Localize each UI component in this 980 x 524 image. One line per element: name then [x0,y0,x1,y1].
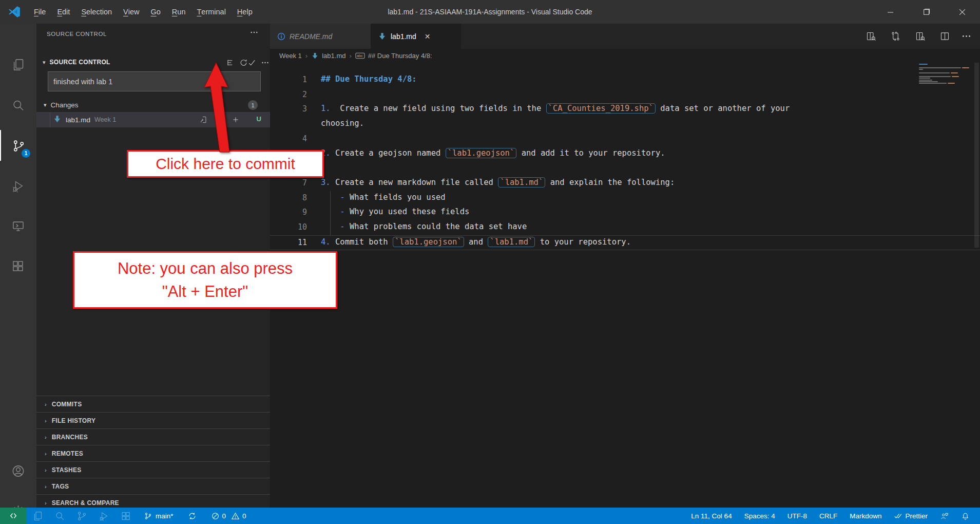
sidebar-section-file-history[interactable]: ›FILE HISTORY [36,412,270,428]
code-line-6[interactable]: 6 [270,161,980,176]
code-text: 1. [321,104,331,113]
menu-terminal[interactable]: Terminal [191,0,231,24]
menu-run[interactable]: Run [166,0,191,24]
notifications-bell-icon[interactable] [955,508,976,524]
editor-pane[interactable]: 1## Due Thursday 4/8:231. Create a new f… [270,63,980,508]
code-text [321,222,340,231]
breadcrumb[interactable]: Week 1 › lab1.md › abc ## Due Thursday 4… [270,49,980,63]
symbol-string-icon: abc [355,52,365,60]
ghost-search-icon [49,508,71,524]
explorer-icon[interactable] [0,49,36,80]
menu-go[interactable]: Go [145,0,166,24]
minimize-button[interactable] [872,0,908,24]
eol-status[interactable]: CRLF [813,508,843,524]
sidebar-title: SOURCE CONTROL [47,31,107,37]
discard-changes-icon[interactable] [215,116,224,124]
search-icon[interactable] [0,89,36,120]
open-preview-icon[interactable] [913,29,927,43]
formatter-status[interactable]: Prettier [888,508,934,524]
open-preview-side-icon[interactable] [864,29,877,43]
code-text: and explain the following: [545,178,675,187]
sidebar-section-remotes[interactable]: ›REMOTES [36,445,270,461]
code-line-3[interactable]: 31. Create a new field using two fields … [270,102,980,117]
code-text: Why you used these fields [345,207,470,216]
code-text: Commit both [331,237,393,247]
branch-status[interactable]: main* [140,508,177,524]
maximize-button[interactable] [908,0,944,24]
code-text: What fields you used [345,193,446,202]
section-label: STASHES [52,466,82,474]
code-line-wrap[interactable]: choosing. [270,117,980,132]
sidebar-section-branches[interactable]: ›BRANCHES [36,428,270,445]
code-text: Create a new markdown file called [331,178,498,187]
cursor-position[interactable]: Ln 11, Col 64 [685,508,738,524]
menu-view[interactable]: View [118,0,145,24]
breadcrumb-folder[interactable]: Week 1 [279,52,302,60]
code-line-1[interactable]: 1## Due Thursday 4/8: [270,73,980,88]
code-line-5[interactable]: 52. Create a geojson named `lab1.geojson… [270,147,980,162]
extensions-icon[interactable] [0,250,36,281]
menu-edit[interactable]: Edit [51,0,75,24]
tab-lab1[interactable]: lab1.md ✕ [371,24,461,49]
menu-selection[interactable]: Selection [75,0,118,24]
sidebar-section-commits[interactable]: ›COMMITS [36,396,270,412]
scm-refresh-icon[interactable] [237,56,249,68]
sidebar-section-tags[interactable]: ›TAGS [36,478,270,494]
editor-scrollbar[interactable] [974,63,979,248]
close-window-button[interactable] [944,0,980,24]
changed-file-row[interactable]: lab1.md Week 1 U [36,112,270,127]
feedback-icon[interactable] [934,508,955,524]
sidebar-section-stashes[interactable]: ›STASHES [36,461,270,478]
ghost-debug-icon [93,508,115,524]
line-number: 11 [270,238,307,247]
code-line-8[interactable]: 8 - What fields you used [270,191,980,206]
sidebar-more-actions-icon[interactable] [249,28,259,39]
sync-status[interactable] [184,508,200,524]
account-icon[interactable] [0,455,36,486]
section-label: TAGS [52,483,69,490]
close-tab-icon[interactable]: ✕ [425,32,431,41]
code-line-4[interactable]: 4 [270,132,980,147]
ghost-files-icon [27,508,49,524]
problems-status[interactable]: 0 0 [207,508,250,524]
remote-explorer-icon[interactable] [0,210,36,241]
code-line-10[interactable]: 10 - What problems could the data set ha… [270,220,980,235]
encoding-status[interactable]: UTF-8 [781,508,813,524]
code-line-7[interactable]: 73. Create a new markdown file called `l… [270,176,980,191]
code-line-9[interactable]: 9 - Why you used these fields [270,205,980,220]
minimap[interactable] [918,64,975,95]
changed-file-name: lab1.md [66,116,90,124]
open-changes-icon[interactable] [889,29,902,43]
branch-name: main* [156,512,174,520]
markdown-file-icon [311,52,319,60]
scm-section-label: SOURCE CONTROL [50,59,110,66]
line-number: 4 [270,134,307,143]
scm-section-header[interactable]: ▾ SOURCE CONTROL [36,53,270,71]
source-control-icon[interactable]: 1 [0,130,36,161]
code-line-11[interactable]: 114. Commit both `lab1.geojson` and `lab… [270,235,980,250]
commit-message-input[interactable] [48,71,261,91]
editor-more-actions-icon[interactable] [959,29,973,43]
line-content: - What fields you used [321,193,446,202]
menu-file[interactable]: File [28,0,51,24]
breadcrumb-symbol[interactable]: ## Due Thursday 4/8: [368,52,432,60]
code-text: to your repository. [535,237,631,247]
code-text: - [340,193,344,202]
open-file-icon[interactable] [200,116,208,124]
remote-indicator[interactable] [0,508,27,524]
tab-readme[interactable]: README.md [270,24,371,49]
run-debug-icon[interactable] [0,170,36,201]
line-number: 8 [270,193,307,202]
menu-help[interactable]: Help [232,0,258,24]
breadcrumb-file[interactable]: lab1.md [322,52,345,60]
view-as-tree-icon[interactable] [224,56,236,68]
chevron-right-icon: › [45,467,47,473]
code-line-2[interactable]: 2 [270,88,980,103]
stage-changes-icon[interactable] [232,116,240,124]
changes-header[interactable]: ▾ Changes 1 [36,98,270,112]
scm-kebab-icon[interactable] [259,56,271,68]
chevron-right-icon: › [45,500,47,506]
language-mode[interactable]: Markdown [843,508,888,524]
split-editor-icon[interactable] [938,29,951,43]
indentation-status[interactable]: Spaces: 4 [738,508,781,524]
